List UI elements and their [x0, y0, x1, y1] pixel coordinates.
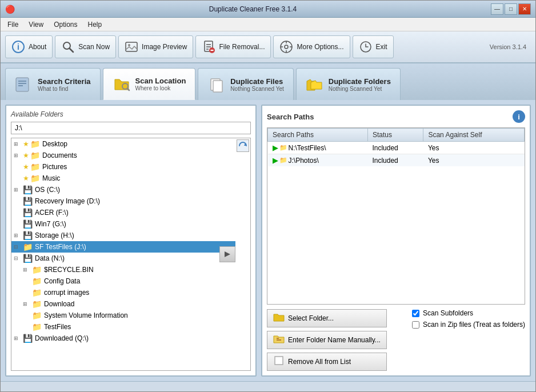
col-scan-against-self: Scan Against Self — [423, 129, 525, 142]
title-bar-controls: — □ ✕ — [491, 3, 531, 15]
scan-zip-checkbox[interactable] — [412, 321, 419, 329]
menu-help[interactable]: Help — [83, 19, 107, 30]
exit-button[interactable]: Exit — [353, 35, 394, 58]
enter-folder-manually-button[interactable]: Enter Folder Name Manually... — [267, 331, 387, 349]
search-paths-header: Search Paths i — [267, 110, 525, 123]
tree-item-acer-f[interactable]: 💾 ACER (F:\) — [11, 207, 235, 218]
tree-item-config-data[interactable]: 📁 Config Data — [11, 275, 235, 287]
tree-item-recovery-d[interactable]: 💾 Recovery Image (D:\) — [11, 195, 235, 207]
exit-icon — [359, 40, 373, 54]
about-label: About — [29, 43, 46, 51]
more-options-button[interactable]: More Options... — [273, 35, 350, 58]
tree-item-testfiles[interactable]: 📁 TestFiles — [11, 321, 235, 333]
row0-path-text: N:\TestFiles\ — [289, 144, 326, 152]
tree-item-data-n[interactable]: ⊟ 💾 Data (N:\) — [11, 253, 235, 264]
search-paths-table-container: Search Paths Status Scan Against Self ▶ … — [267, 127, 525, 305]
tab-search-criteria-text: Search Criteria What to find — [38, 77, 91, 92]
about-button[interactable]: i About — [5, 35, 53, 58]
folder-path-input[interactable] — [11, 122, 251, 134]
search-criteria-icon — [15, 75, 33, 94]
tree-item-corrupt-images[interactable]: 📁 corrupt images — [11, 287, 235, 298]
row1-scan-self: Yes — [423, 154, 525, 167]
image-preview-label: Image Preview — [142, 43, 187, 51]
menu-file[interactable]: File — [3, 19, 23, 30]
close-button[interactable]: ✕ — [518, 3, 531, 15]
svg-rect-27 — [213, 81, 222, 92]
duplicate-files-icon — [207, 75, 226, 94]
svg-marker-28 — [225, 251, 230, 257]
image-preview-button[interactable]: Image Preview — [118, 35, 193, 58]
title-bar: 🔴 Duplicate Cleaner Free 3.1.4 — □ ✕ — [1, 1, 535, 18]
tree-item-system-volume[interactable]: 📁 System Volume Information — [11, 310, 235, 321]
table-row: ▶ 📁 J:\Photos\ Included Yes — [268, 154, 525, 167]
tab-scan-location[interactable]: Scan Location Where to look — [103, 68, 196, 100]
row0-status: Included — [367, 142, 423, 154]
exit-label: Exit — [376, 43, 387, 51]
more-options-icon — [279, 40, 293, 54]
maximize-button[interactable]: □ — [505, 3, 517, 15]
menu-view[interactable]: View — [24, 19, 48, 30]
minimize-button[interactable]: — — [491, 3, 503, 15]
svg-rect-31 — [275, 357, 283, 365]
scan-subfolders-checkbox[interactable] — [412, 310, 419, 317]
window-title: Duplicate Cleaner Free 3.1.4 — [15, 5, 491, 13]
row0-path: ▶ 📁 N:\TestFiles\ — [268, 142, 368, 154]
tree-item-pictures[interactable]: ★ 📁 Pictures — [11, 161, 235, 173]
scan-zip-label: Scan in Zip files (Treat as folders) — [423, 321, 525, 329]
about-icon: i — [11, 40, 25, 54]
select-folder-label: Select Folder... — [288, 314, 334, 322]
svg-point-5 — [128, 44, 130, 46]
menu-options[interactable]: Options — [49, 19, 82, 30]
folder-tree-wrapper: ⊞ ★ 📁 Desktop ⊞ ★ 📁 Documents ★ — [11, 138, 251, 371]
tab-search-criteria[interactable]: Search Criteria What to find — [5, 68, 101, 100]
tree-item-win7-g[interactable]: 💾 Win7 (G:\) — [11, 218, 235, 230]
status-bar — [1, 381, 535, 392]
tree-item-downloaded-q[interactable]: ⊞ 💾 Downloaded (Q:\) — [11, 333, 235, 344]
svg-rect-20 — [16, 78, 29, 91]
action-buttons: Select Folder... Enter Folder Name Manua… — [267, 309, 387, 371]
row0-scan-self: Yes — [423, 142, 525, 154]
search-paths-title: Search Paths — [267, 113, 314, 121]
tab-duplicate-files[interactable]: Duplicate Files Nothing Scanned Yet — [198, 68, 293, 100]
more-options-label: More Options... — [297, 43, 343, 51]
enter-folder-icon — [273, 334, 285, 346]
svg-point-13 — [285, 45, 288, 49]
row0-green-arrow: ▶ — [273, 143, 278, 152]
tab-duplicate-folders[interactable]: Duplicate Folders Nothing Scanned Yet — [296, 68, 401, 100]
options-section: Scan Subfolders Scan in Zip files (Treat… — [412, 309, 525, 329]
info-button[interactable]: i — [513, 110, 525, 123]
svg-line-3 — [70, 49, 73, 52]
select-folder-icon — [273, 312, 285, 325]
tree-item-desktop[interactable]: ⊞ ★ 📁 Desktop — [11, 138, 235, 150]
tree-item-storage-h[interactable]: ⊞ 💾 Storage (H:\) — [11, 230, 235, 241]
file-removal-label: File Removal... — [219, 43, 265, 51]
table-row: ▶ 📁 N:\TestFiles\ Included Yes — [268, 142, 525, 154]
scan-now-button[interactable]: Scan Now — [55, 35, 116, 58]
file-removal-button[interactable]: File Removal... — [195, 35, 271, 58]
tab-duplicate-folders-text: Duplicate Folders Nothing Scanned Yet — [329, 77, 391, 92]
version-text: Version 3.1.4 — [490, 43, 526, 50]
available-folders-title: Available Folders — [11, 110, 251, 118]
row0-folder-icon: 📁 — [279, 144, 287, 151]
add-to-paths-button[interactable] — [219, 246, 235, 262]
scan-location-icon — [113, 75, 131, 93]
right-panel: Search Paths i Search Paths Status Scan … — [261, 105, 531, 377]
row1-path-text: J:\Photos\ — [289, 157, 319, 165]
folder-tree[interactable]: ⊞ ★ 📁 Desktop ⊞ ★ 📁 Documents ★ — [11, 138, 250, 370]
tree-item-download[interactable]: ⊞ 📁 Download — [11, 298, 235, 310]
app-icon: 🔴 — [5, 5, 15, 14]
tree-item-documents[interactable]: ⊞ ★ 📁 Documents — [11, 150, 235, 161]
select-folder-button[interactable]: Select Folder... — [267, 309, 387, 327]
col-status: Status — [367, 129, 423, 142]
tab-scan-location-text: Scan Location Where to look — [135, 77, 186, 91]
tree-item-sf-testfiles-j[interactable]: ⊟ 📁 SF TestFiles (J:\) — [11, 241, 235, 253]
tree-item-os-c[interactable]: ⊞ 💾 OS (C:\) — [11, 184, 235, 195]
scan-subfolders-option: Scan Subfolders — [412, 309, 525, 317]
remove-all-button[interactable]: Remove All from List — [267, 353, 387, 371]
tree-item-music[interactable]: ★ 📁 Music — [11, 173, 235, 184]
duplicate-folders-icon — [306, 75, 324, 94]
refresh-tree-button[interactable] — [237, 139, 249, 152]
scan-subfolders-label: Scan Subfolders — [423, 309, 473, 317]
tree-item-recycle-bin[interactable]: ⊞ 📁 $RECYCLE.BIN — [11, 264, 235, 275]
main-content: Available Folders ⊞ ★ 📁 Desktop ⊞ ★ 📁 — [1, 100, 535, 381]
